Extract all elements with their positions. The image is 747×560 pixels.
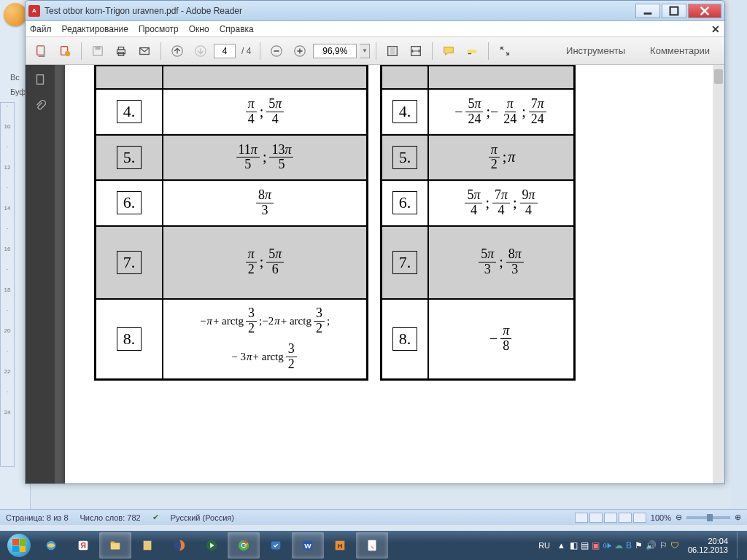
table-row: 4. π4; 5π4 xyxy=(96,88,366,134)
taskbar-sound-icon[interactable] xyxy=(260,532,292,559)
tools-panel-button[interactable]: Инструменты xyxy=(557,41,634,61)
table-left: 4. π4; 5π4 5. 11π5; 13π5 xyxy=(94,65,368,381)
table-row: 7. π2; 5π6 xyxy=(96,225,366,298)
close-doc-button[interactable]: ✕ xyxy=(711,23,720,35)
taskbar-h-icon[interactable]: Н xyxy=(324,532,356,559)
zoom-in-icon[interactable] xyxy=(290,41,310,61)
clock[interactable]: 20:04 06.12.2013 xyxy=(684,537,732,554)
menu-help[interactable]: Справка xyxy=(220,24,254,34)
table-right: 4. −5π24;−π24;7π24 5. π2;π 6 xyxy=(380,65,576,381)
proofing-icon[interactable]: ✔ xyxy=(152,513,159,522)
menu-edit[interactable]: Редактирование xyxy=(62,24,128,34)
create-pdf-icon[interactable] xyxy=(55,41,75,61)
taskbar-app-icon[interactable] xyxy=(131,532,163,559)
office-orb[interactable] xyxy=(4,3,27,26)
zoom-plus-icon[interactable]: ⊕ xyxy=(735,513,741,522)
fit-window-icon[interactable] xyxy=(382,41,403,61)
comments-panel-button[interactable]: Комментарии xyxy=(641,41,719,61)
taskbar-yandex-icon[interactable]: Я xyxy=(67,532,99,559)
mail-icon[interactable] xyxy=(134,41,155,61)
table-row: 5. π2;π xyxy=(382,134,573,180)
taskbar-word-icon[interactable]: W xyxy=(292,532,324,559)
menu-file[interactable]: Файл xyxy=(30,24,52,34)
svg-rect-8 xyxy=(95,46,100,49)
tray-icon[interactable]: ⚐ xyxy=(659,540,667,551)
tray-chevron-up-icon[interactable]: ▲ xyxy=(557,541,565,550)
svg-text:Н: Н xyxy=(337,542,342,550)
menubar: Файл Редактирование Просмотр Окно Справк… xyxy=(26,21,724,37)
svg-rect-28 xyxy=(111,542,120,549)
menu-window[interactable]: Окно xyxy=(189,24,209,34)
tray-icon[interactable]: 🕪 xyxy=(603,540,611,551)
taskbar-ie-icon[interactable] xyxy=(35,532,67,559)
menu-view[interactable]: Просмотр xyxy=(139,24,179,34)
tray-icon[interactable]: 🛡 xyxy=(670,540,679,551)
taskbar-chrome-icon[interactable] xyxy=(228,532,260,559)
comment-icon[interactable] xyxy=(438,41,459,61)
page-input[interactable] xyxy=(214,44,236,58)
taskbar: Я W Н RU ▲ ◧ ▤ ▣ 🕪 ☁ В ⚑ 🔊 ⚐ 🛡 20:04 06.… xyxy=(0,531,747,560)
print-icon[interactable] xyxy=(111,41,131,61)
attachments-icon[interactable] xyxy=(31,97,49,114)
tray-icon[interactable]: ▣ xyxy=(592,540,600,551)
svg-rect-21 xyxy=(390,47,395,54)
svg-rect-41 xyxy=(368,540,376,551)
close-button[interactable] xyxy=(688,4,721,18)
tray-icon[interactable]: 🔊 xyxy=(646,540,657,551)
table-row: 6. 8π3 xyxy=(96,179,366,225)
svg-rect-10 xyxy=(118,47,123,50)
status-lang[interactable]: Русский (Россия) xyxy=(171,513,234,522)
show-desktop-button[interactable] xyxy=(737,532,744,559)
tray-icon[interactable]: ☁ xyxy=(614,540,623,551)
fit-width-icon[interactable] xyxy=(406,41,426,61)
tray-icon[interactable]: ⚑ xyxy=(635,540,643,551)
zoom-minus-icon[interactable]: ⊖ xyxy=(676,513,682,522)
status-words[interactable]: Число слов: 782 xyxy=(80,513,141,522)
taskbar-explorer-icon[interactable] xyxy=(99,532,131,559)
read-mode-icon[interactable] xyxy=(495,41,515,61)
page-up-icon[interactable] xyxy=(167,41,187,61)
word-statusbar: Страница: 8 из 8 Число слов: 782 ✔ Русск… xyxy=(0,509,747,525)
maximize-button[interactable] xyxy=(662,4,686,18)
pdf-icon: A xyxy=(28,5,40,17)
svg-rect-4 xyxy=(37,45,44,55)
tray-icon[interactable]: ◧ xyxy=(570,540,578,551)
clock-date: 06.12.2013 xyxy=(688,545,728,554)
table-row: 8. − π + arctg32;−2π + arctg32; − 3π + a… xyxy=(96,298,366,378)
toolbar: / 4 ▼ Инструменты Комментарии xyxy=(26,37,724,65)
math-expr: 11π5; 13π5 xyxy=(235,143,295,173)
taskbar-firefox-icon[interactable] xyxy=(163,532,196,559)
export-pdf-icon[interactable] xyxy=(31,41,52,61)
svg-text:W: W xyxy=(304,542,311,550)
math-expr: π4; 5π4 xyxy=(244,97,286,127)
word-right-sidebar xyxy=(731,0,747,525)
status-zoom[interactable]: 100% xyxy=(651,513,671,522)
side-panel xyxy=(26,65,55,483)
scrollbar[interactable] xyxy=(713,65,724,483)
page-down-icon[interactable] xyxy=(190,41,211,61)
table-row: 8. −π8 xyxy=(382,298,573,378)
status-page[interactable]: Страница: 8 из 8 xyxy=(6,513,69,522)
save-icon[interactable] xyxy=(88,41,108,61)
taskbar-mediaplayer-icon[interactable] xyxy=(196,532,228,559)
minimize-button[interactable] xyxy=(635,4,660,18)
zoom-out-icon[interactable] xyxy=(266,41,287,61)
tray-icon[interactable]: В xyxy=(626,540,632,551)
row-number: 6. xyxy=(392,191,418,214)
zoom-input[interactable] xyxy=(313,44,357,58)
row-number: 8. xyxy=(117,327,142,351)
start-button[interactable] xyxy=(3,532,35,559)
view-mode-buttons[interactable] xyxy=(575,513,646,523)
table-row: 4. −5π24;−π24;7π24 xyxy=(382,88,573,134)
tray-icon[interactable]: ▤ xyxy=(581,540,589,551)
thumbnails-icon[interactable] xyxy=(31,71,49,88)
pdf-page: 4. π4; 5π4 5. 11π5; 13π5 xyxy=(65,65,714,483)
math-expr: −π8 xyxy=(489,324,513,354)
highlight-icon[interactable] xyxy=(462,41,482,61)
titlebar[interactable]: A Test otbor korn-Trigon uravnen.pdf - A… xyxy=(26,1,724,21)
row-number: 8. xyxy=(392,327,418,351)
zoom-dropdown[interactable]: ▼ xyxy=(360,44,370,58)
svg-rect-1 xyxy=(670,7,678,15)
taskbar-acrobat-icon[interactable] xyxy=(356,532,388,559)
language-indicator[interactable]: RU xyxy=(535,540,553,551)
